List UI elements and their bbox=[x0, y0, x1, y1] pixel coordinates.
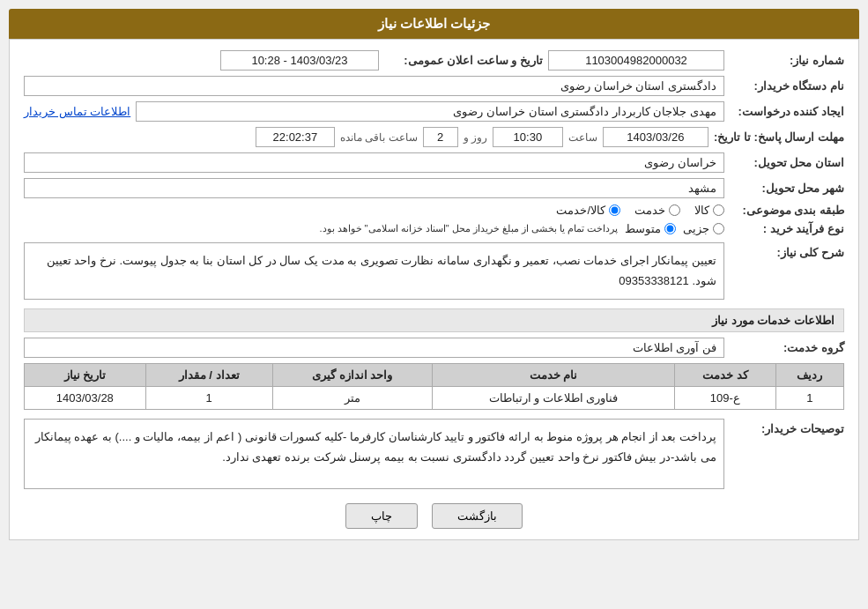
process-note: پرداخت تمام یا بخشی از مبلغ خریداز محل "… bbox=[319, 223, 618, 234]
deadline-date: 1403/03/26 bbox=[603, 127, 708, 147]
page-header: جزئیات اطلاعات نیاز bbox=[9, 9, 859, 39]
col-unit: واحد اندازه گیری bbox=[272, 363, 432, 386]
col-name: نام خدمت bbox=[433, 363, 675, 386]
deadline-days: 2 bbox=[423, 127, 458, 147]
category-option-1[interactable]: کالا bbox=[694, 204, 724, 217]
need-number-label: شماره نیاز: bbox=[730, 54, 844, 67]
service-table: ردیف کد خدمت نام خدمت واحد اندازه گیری ت… bbox=[24, 363, 844, 410]
city-value: مشهد bbox=[24, 178, 724, 198]
need-number-value: 1103004982000032 bbox=[548, 50, 724, 71]
deadline-label: مهلت ارسال پاسخ: تا تاریخ: bbox=[714, 130, 844, 144]
city-label: شهر محل تحویل: bbox=[730, 182, 844, 195]
print-button[interactable]: چاپ bbox=[345, 503, 418, 529]
process-option-2[interactable]: متوسط bbox=[625, 222, 676, 235]
creator-value: مهدی جلاجان کاربردار دادگستری استان خراس… bbox=[136, 101, 724, 122]
description-label: شرح کلی نیاز: bbox=[730, 242, 844, 259]
announce-datetime-value: 1403/03/23 - 10:28 bbox=[220, 50, 379, 71]
process-type-row: جزیی متوسط پرداخت تمام یا بخشی از مبلغ خ… bbox=[319, 222, 724, 235]
category-radio-group: کالا خدمت کالا/خدمت bbox=[556, 204, 724, 217]
service-group-value: فن آوری اطلاعات bbox=[24, 338, 724, 358]
description-text: تعیین پیمانکار اجرای خدمات نصب، تعمیر و … bbox=[24, 242, 724, 300]
col-quantity: تعداد / مقدار bbox=[145, 363, 272, 386]
category-option-2[interactable]: خدمت bbox=[634, 204, 680, 217]
province-value: خراسان رضوی bbox=[24, 152, 724, 173]
province-label: استان محل تحویل: bbox=[730, 156, 844, 169]
deadline-remaining: 22:02:37 bbox=[256, 127, 335, 147]
deadline-time-label: ساعت bbox=[568, 131, 597, 144]
back-button[interactable]: بازگشت bbox=[432, 503, 523, 529]
table-row: 1ع-109فناوری اطلاعات و ارتباطاتمتر11403/… bbox=[25, 386, 844, 409]
footer-buttons: بازگشت چاپ bbox=[24, 503, 844, 529]
deadline-days-label: روز و bbox=[464, 131, 487, 144]
col-code: کد خدمت bbox=[674, 363, 775, 386]
col-row: ردیف bbox=[775, 363, 843, 386]
creator-label: ایجاد کننده درخواست: bbox=[730, 105, 844, 118]
announce-datetime-label: تاریخ و ساعت اعلان عمومی: bbox=[384, 54, 543, 67]
buyer-org-value: دادگستری استان خراسان رضوی bbox=[24, 76, 724, 96]
buyer-org-label: نام دستگاه خریدار: bbox=[730, 79, 844, 93]
page-title: جزئیات اطلاعات نیاز bbox=[378, 16, 490, 31]
process-label: نوع فرآیند خرید : bbox=[730, 222, 844, 235]
buyer-notes-label: توصیحات خریدار: bbox=[730, 419, 844, 435]
category-option-3[interactable]: کالا/خدمت bbox=[556, 204, 620, 217]
buyer-notes-text: پرداخت بعد از انجام هر پروژه منوط به ارا… bbox=[24, 419, 724, 489]
process-option-1[interactable]: جزیی bbox=[683, 222, 724, 235]
deadline-remaining-label: ساعت باقی مانده bbox=[340, 131, 418, 144]
col-date: تاریخ نیاز bbox=[25, 363, 146, 386]
service-info-section-title: اطلاعات خدمات مورد نیاز bbox=[24, 308, 844, 332]
category-label: طبقه بندی موضوعی: bbox=[730, 204, 844, 217]
contact-link[interactable]: اطلاعات تماس خریدار bbox=[24, 105, 130, 118]
service-group-label: گروه خدمت: bbox=[730, 341, 844, 354]
deadline-time: 10:30 bbox=[493, 127, 563, 147]
